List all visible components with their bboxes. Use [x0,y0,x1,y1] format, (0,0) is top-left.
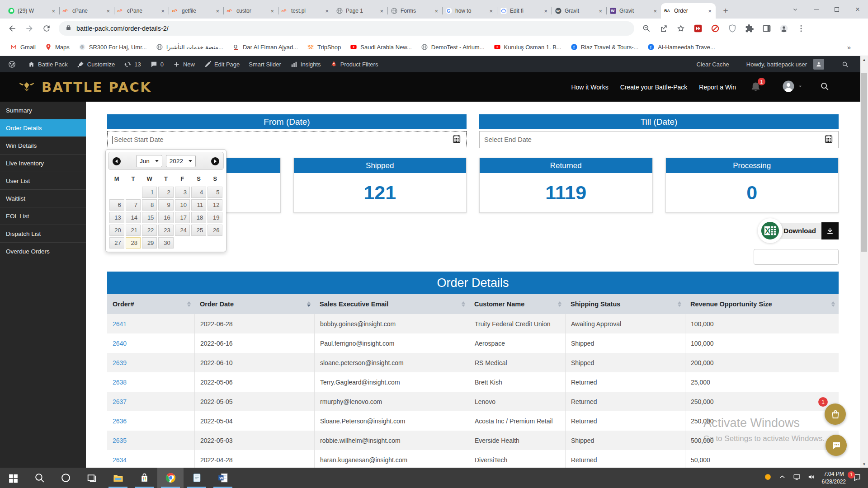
browser-tab-cpane[interactable]: cPcPane× [114,3,169,19]
calendar-day-1[interactable]: 1 [142,187,157,198]
bookmark-dar-al-eiman-ajyad[interactable]: QDar Al Eiman Ajyad... [228,41,302,53]
calendar-day-25[interactable]: 25 [191,225,206,236]
tab-close-button[interactable]: × [269,8,275,14]
clear-cache-link[interactable]: Clear Cache [692,56,734,72]
task-view-button[interactable] [79,468,105,488]
tab-close-button[interactable]: × [324,8,330,14]
bookmark-[interactable]: منصة خدمات التأشيرا... [151,41,228,53]
sidebar-item-eol-list[interactable]: EOL List [0,207,86,225]
sort-arrows-icon[interactable] [831,301,835,307]
calendar-day-2[interactable]: 2 [158,187,173,198]
calendar-day-30[interactable]: 30 [158,237,173,249]
download-button[interactable] [821,222,839,239]
tab-search-button[interactable] [785,0,806,19]
bookmark-star-button[interactable] [674,21,688,36]
bookmark-al-hameedah-trave[interactable]: fAl-Hameedah Trave... [643,41,719,53]
tab-close-button[interactable]: × [434,8,439,14]
wp-admin-item-edit-page[interactable]: Edit Page [199,56,244,72]
tab-close-button[interactable]: × [379,8,384,14]
share-button[interactable] [656,21,671,36]
profile-button[interactable] [777,21,791,36]
howdy-user-link[interactable]: Howdy, battlepack user [742,56,829,72]
sidebar-item-waitlist[interactable]: Waitlist [0,190,86,207]
tab-close-button[interactable]: × [598,8,603,14]
tab-close-button[interactable]: × [543,8,548,14]
tab-close-button[interactable]: × [160,8,165,14]
scrollbar-down-arrow[interactable]: ▼ [860,460,868,468]
calendar-icon[interactable] [452,134,462,145]
wp-admin-item-13[interactable]: 13 [119,56,145,72]
calendar-day-7[interactable]: 7 [126,199,141,211]
nav-link-report-a-win[interactable]: Report a Win [699,84,736,91]
close-window-button[interactable]: × [847,0,868,19]
calendar-day-21[interactable]: 21 [126,225,141,236]
bookmark-saudi-arabia-new[interactable]: Saudi Arabia New... [345,41,416,53]
notifications-button[interactable]: 1 [750,81,762,93]
browser-menu-button[interactable] [794,21,808,36]
page-scrollbar[interactable]: ▲ ▼ [860,56,868,468]
calendar-day-3[interactable]: 3 [175,187,190,198]
calendar-day-22[interactable]: 22 [142,225,157,236]
wp-admin-item-insights[interactable]: Insights [286,56,326,72]
column-header-order-date[interactable]: Order Date [194,294,314,314]
sidebar-item-live-inventory[interactable]: Live Inventory [0,155,86,172]
sort-arrows-icon[interactable] [678,301,681,307]
minimize-button[interactable] [806,0,826,19]
chat-floating-button[interactable] [826,435,847,456]
calendar-day-11[interactable]: 11 [191,199,206,211]
calendar-day-20[interactable]: 20 [109,225,124,236]
column-header-sales-executive-email[interactable]: Sales Executive Email [314,294,469,314]
end-date-input[interactable]: Select End Date [479,131,839,148]
action-center-button[interactable]: 1 [853,473,863,483]
wp-admin-item-0[interactable]: 0 [146,56,168,72]
tab-close-button[interactable]: × [707,8,712,14]
sort-arrows-icon[interactable] [558,301,561,307]
bookmark-sr300-for-haj-umr[interactable]: @SR300 For Haj, Umr... [74,41,151,53]
display-tray-icon[interactable] [793,473,801,483]
tab-close-button[interactable]: × [652,8,658,14]
column-header-customer-name[interactable]: Customer Name [469,294,565,314]
browser-tab-gravit[interactable]: WGravit× [606,3,661,19]
calendar-icon[interactable] [824,134,834,145]
speaker-tray-icon[interactable] [807,473,815,483]
scrollbar-up-arrow[interactable]: ▲ [860,56,868,63]
extension-downloadhelper-icon[interactable] [691,21,705,36]
order-number-link[interactable]: 2637 [107,392,194,411]
table-filter-input[interactable] [754,249,839,265]
wp-admin-item-product-filters[interactable]: Product Filters [326,56,383,72]
calendar-day-26[interactable]: 26 [208,225,222,236]
calendar-day-4[interactable]: 4 [191,187,206,198]
address-bar[interactable]: battle-pack.com/order-details-2/ [59,21,634,36]
your-phone-tray-icon[interactable] [764,473,772,483]
calendar-day-28[interactable]: 28 [126,237,141,249]
calendar-day-9[interactable]: 9 [158,199,173,211]
tab-close-button[interactable]: × [105,8,111,14]
bookmark-kurulu-osman-1-b[interactable]: Kuruluş Osman 1. B... [489,41,566,53]
sidebar-item-dispatch-list[interactable]: Dispatch List [0,225,86,243]
calendar-next-button[interactable] [211,157,219,165]
bookmark-gmail[interactable]: Gmail [5,41,40,53]
scrollbar-thumb[interactable] [861,73,867,252]
column-header-shipping-status[interactable]: Shipping Status [565,294,685,314]
calendar-day-19[interactable]: 19 [208,212,222,223]
calendar-day-16[interactable]: 16 [158,212,173,223]
bookmark-riaz-travel-tours[interactable]: fRiaz Travel & Tours-... [566,41,643,53]
tab-close-button[interactable]: × [488,8,494,14]
order-number-link[interactable]: 2635 [107,431,194,450]
calendar-day-29[interactable]: 29 [142,237,157,249]
sidebar-item-user-list[interactable]: User List [0,172,86,190]
bookmark-tripshop[interactable]: TripShop [302,41,345,53]
order-number-link[interactable]: 2639 [107,353,194,372]
taskbar-clock[interactable]: 7:04 PM 6/28/2022 [822,470,846,486]
taskbar-search-button[interactable] [26,468,52,488]
calendar-day-14[interactable]: 14 [126,212,141,223]
calendar-day-5[interactable]: 5 [208,187,222,198]
calendar-day-15[interactable]: 15 [142,212,157,223]
account-menu-button[interactable] [782,80,803,95]
browser-tab-test-pl[interactable]: cPtest.pl× [278,3,333,19]
order-number-link[interactable]: 2636 [107,411,194,431]
site-logo[interactable]: BATTLE PACK [16,78,151,96]
zoom-indicator-icon[interactable] [639,21,654,36]
calendar-year-select[interactable]: 2022 [166,155,196,167]
browser-tab-forms[interactable]: Forms× [387,3,442,19]
